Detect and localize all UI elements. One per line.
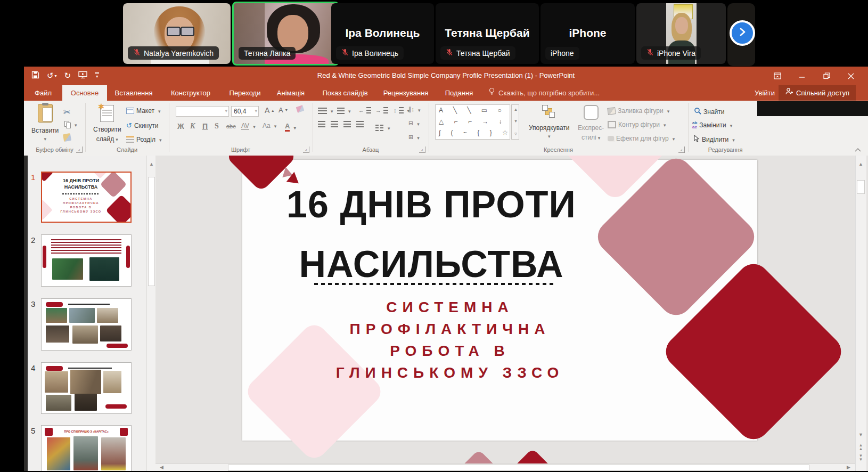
increase-font-button[interactable]: A▴: [265, 106, 274, 115]
character-spacing-button[interactable]: AV: [241, 122, 256, 130]
slide-horizontal-scrollbar[interactable]: ◀ ▶: [155, 463, 855, 471]
participant-tile-natalya[interactable]: Natalya Yaremkovich: [123, 3, 231, 64]
participant-tile-tetiana-shcherbai[interactable]: Тетяна Щербай Тетяна Щербай: [436, 3, 539, 64]
quick-styles-icon: [584, 105, 599, 120]
participant-tile-iphone[interactable]: iPhone iPhone: [541, 3, 635, 64]
bold-button[interactable]: Ж: [177, 122, 184, 131]
restore-button[interactable]: [814, 67, 839, 85]
scroll-left-icon[interactable]: ◀: [158, 464, 166, 471]
dialog-launcher-icon[interactable]: ⌟: [303, 147, 309, 153]
collapse-ribbon-button[interactable]: [855, 148, 861, 152]
replace-button[interactable]: abac Замінити: [692, 121, 732, 129]
font-name-combo[interactable]: ▾: [176, 106, 229, 117]
minimize-button[interactable]: [790, 67, 814, 85]
shape-outline-button[interactable]: Контур фігури: [608, 121, 666, 128]
participant-tile-tetiana-lapka[interactable]: Тетяна Лапка: [232, 2, 339, 66]
increase-indent-button[interactable]: →: [375, 107, 388, 113]
new-slide-button[interactable]: ∗ Створити слайд: [93, 105, 121, 143]
group-divider: [429, 103, 429, 152]
format-painter-button[interactable]: [63, 134, 71, 141]
change-case-button[interactable]: Aa: [263, 122, 276, 129]
slide-title[interactable]: 16 ДНІВ ПРОТИ НАСИЛЬСТВА: [272, 175, 591, 294]
ribbon-display-options-button[interactable]: [765, 67, 790, 85]
scroll-right-icon[interactable]: ▶: [845, 464, 853, 471]
tab-design[interactable]: Конструктор: [168, 85, 214, 101]
share-button[interactable]: Спільний доступ: [779, 85, 856, 101]
bullets-icon: [321, 108, 327, 109]
scroll-up-icon[interactable]: ▲: [148, 160, 155, 168]
layout-button[interactable]: Макет: [126, 107, 161, 115]
strikethrough-button[interactable]: S: [215, 122, 219, 131]
dialog-launcher-icon[interactable]: ⌟: [419, 147, 425, 153]
tab-insert[interactable]: Вставлення: [112, 85, 155, 101]
underline-button[interactable]: П: [202, 122, 208, 131]
tab-review[interactable]: Рецензування: [382, 85, 430, 101]
line-spacing-button[interactable]: ↕: [394, 107, 410, 113]
scrollbar-thumb[interactable]: [857, 180, 865, 194]
slide-thumbnail-2[interactable]: [41, 234, 132, 287]
tab-slideshow[interactable]: Показ слайдів: [320, 85, 370, 101]
align-text-button[interactable]: ⊟: [408, 120, 420, 127]
font-size-combo[interactable]: 60,4▾: [231, 106, 259, 117]
scrollbar-thumb[interactable]: [148, 177, 155, 286]
paste-button[interactable]: Вставити ▾: [31, 104, 59, 142]
scroll-up-icon[interactable]: ▲: [857, 160, 865, 168]
reset-icon: ↺: [126, 121, 132, 129]
participant-name: iPhone Vira: [657, 49, 695, 58]
slide-vertical-scrollbar[interactable]: ▲ ▼ ▴▴ ▾▾: [855, 156, 866, 471]
tab-view[interactable]: Подання: [441, 85, 477, 101]
slide-thumbnail-3[interactable]: [41, 298, 132, 351]
scrollbar-thumb[interactable]: [228, 465, 809, 471]
text-shadow-button[interactable]: abc: [226, 123, 236, 129]
thumbnail-panel-scrollbar[interactable]: ▲: [146, 156, 156, 471]
bullets-button[interactable]: [318, 107, 333, 115]
quick-styles-button[interactable]: Експрес- стилі: [578, 105, 604, 141]
tab-animations[interactable]: Анімація: [273, 85, 308, 101]
tell-me-box[interactable]: Скажіть, що потрібно зробити...: [488, 85, 600, 101]
participant-tile-iphone-vira[interactable]: iPhone Vira: [636, 3, 726, 64]
next-participants-button[interactable]: [730, 20, 755, 46]
slide-subtitle[interactable]: СИСТЕМНА ПРОФІЛАКТИЧНА РОБОТА В ГЛИНСЬКО…: [290, 296, 610, 384]
decrease-indent-button[interactable]: ←: [358, 107, 371, 113]
scroll-down-icon[interactable]: ▾: [512, 117, 520, 125]
slide-editor[interactable]: 16 ДНІВ ПРОТИ НАСИЛЬСТВА СИСТЕМНА ПРОФІЛ…: [242, 160, 757, 441]
cut-button[interactable]: ✂: [63, 107, 70, 117]
tab-home[interactable]: Основне: [62, 85, 107, 101]
reset-button[interactable]: ↺ Скинути: [126, 121, 158, 129]
participant-name-label: iPhone Vira: [641, 46, 701, 60]
dialog-launcher-icon[interactable]: ⌟: [76, 147, 83, 153]
sign-in-button[interactable]: Увійти: [752, 85, 777, 101]
dropdown-icon: [596, 134, 601, 141]
slide-thumbnail-5[interactable]: ПРО СПІВПРАЦЮ З «КАРІТАС»: [41, 425, 132, 471]
tab-file[interactable]: Файл: [30, 85, 56, 101]
find-button[interactable]: Знайти: [694, 107, 724, 116]
select-button[interactable]: Виділити: [693, 135, 735, 144]
copy-button[interactable]: [64, 121, 77, 128]
scroll-down-icon[interactable]: ▼: [857, 430, 865, 439]
clear-formatting-button[interactable]: [297, 106, 304, 112]
italic-button[interactable]: К: [190, 122, 195, 131]
text-direction-button[interactable]: ∥↕: [408, 106, 421, 113]
dialog-launcher-icon[interactable]: ⌟: [678, 147, 685, 153]
next-slide-icon[interactable]: ▾▾: [857, 454, 865, 462]
close-button[interactable]: [839, 67, 863, 85]
shape-fill-button[interactable]: Заливка фігури: [608, 107, 669, 115]
shape-effects-button[interactable]: Ефекти для фігур: [608, 135, 675, 142]
gallery-more-icon[interactable]: ▿: [512, 129, 520, 138]
decrease-font-button[interactable]: A▾: [279, 106, 288, 114]
convert-smartart-button[interactable]: ⊞: [408, 134, 420, 141]
tab-transitions[interactable]: Переходи: [227, 85, 263, 101]
slide-thumbnail-1[interactable]: 16 ДНІВ ПРОТИ НАСИЛЬСТВА СИСТЕМНА ПРОФІЛ…: [41, 172, 132, 223]
shapes-gallery[interactable]: A ╲ ╲ ▭ ○ ▭ △ ⌐ ⌐ → ↓ ▷ ∫ ( ~ { } ☆: [435, 104, 510, 140]
shapes-gallery-scroll[interactable]: ▴ ▾ ▿: [511, 104, 519, 140]
scroll-up-icon[interactable]: ▴: [512, 105, 520, 113]
slide-thumbnail-4[interactable]: [41, 362, 132, 414]
section-button[interactable]: Розділ: [126, 136, 161, 143]
numbering-button[interactable]: [337, 107, 351, 115]
participant-tile-ira-volynets[interactable]: Іра Волинець Іра Волинець: [331, 3, 434, 64]
font-color-button[interactable]: A: [285, 122, 296, 132]
arrange-button[interactable]: Упорядкувати ▾: [529, 105, 570, 139]
previous-slide-icon[interactable]: ▴▴: [857, 443, 865, 452]
columns-button[interactable]: [375, 124, 390, 132]
slide-title-line1: 16 ДНІВ ПРОТИ: [272, 175, 591, 234]
